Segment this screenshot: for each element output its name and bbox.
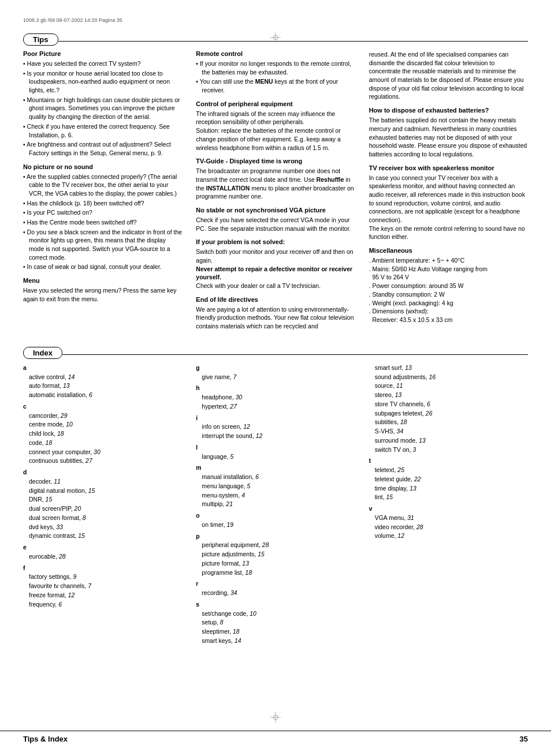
index-entry-g: g give name, 7 bbox=[196, 364, 355, 382]
list-item: Has the Centre mode been switched off? bbox=[23, 218, 182, 227]
list-item: Are brightness and contrast out of adjus… bbox=[23, 140, 182, 157]
list-item: You can still use the MENU keys at the f… bbox=[196, 77, 355, 94]
list-item: If your monitor no longer responds to th… bbox=[196, 59, 355, 76]
crosshair-bottom bbox=[270, 712, 281, 724]
crosshair-top bbox=[270, 32, 281, 44]
index-entry-h: h headphone, 30 hypertext, 27 bbox=[196, 384, 355, 411]
index-entry-t: t teletext, 25 teletext guide, 22 time d… bbox=[369, 456, 528, 502]
tips-remote-list: If your monitor no longer responds to th… bbox=[196, 59, 355, 95]
index-section: Index a active control, 14 auto format, … bbox=[23, 347, 528, 646]
tips-vga-title: No stable or not synchronised VGA pictur… bbox=[196, 207, 355, 214]
index-col3: smart surf, 13 sound adjustments, 16 sou… bbox=[369, 364, 528, 646]
tips-tvguide-para: The broadcaster on programme number one … bbox=[196, 167, 355, 201]
index-entry-l: l language, 5 bbox=[196, 443, 355, 462]
tips-col3: reused. At the end of life specialised c… bbox=[369, 50, 528, 333]
tips-endoflife-title: End of life directives bbox=[196, 296, 355, 303]
tips-no-picture-title: No picture or no sound bbox=[23, 163, 182, 170]
list-item: Are the supplied cables connected proper… bbox=[23, 173, 182, 198]
tips-tvguide-title: TV-Guide - Displayed time is wrong bbox=[196, 158, 355, 164]
index-entry-o: o on timer, 19 bbox=[196, 511, 355, 530]
tips-poor-picture-title: Poor Picture bbox=[23, 50, 182, 57]
index-entry-i: i info on screen, 12 interrupt the sound… bbox=[196, 414, 355, 441]
tips-peripheral-para: The infrared signals of the screen may i… bbox=[196, 110, 355, 152]
tips-columns: Poor Picture Have you selected the corre… bbox=[23, 50, 528, 333]
tips-endoflife-para: We are paying a lot of attention to usin… bbox=[196, 305, 355, 331]
list-item: In case of weak or bad signal, consult y… bbox=[23, 263, 182, 271]
index-columns: a active control, 14 auto format, 13 aut… bbox=[23, 364, 528, 646]
tips-section: Tips Poor Picture Have you selected the … bbox=[23, 33, 528, 333]
tips-problem-para: Switch both your monitor and your receiv… bbox=[196, 248, 355, 290]
tips-remote-title: Remote control bbox=[196, 50, 355, 57]
index-entry-s-cont: smart surf, 13 sound adjustments, 16 sou… bbox=[369, 364, 528, 455]
tips-no-picture-list: Are the supplied cables connected proper… bbox=[23, 173, 182, 272]
list-item: Mountains or high buildings can cause do… bbox=[23, 96, 182, 121]
index-entry-s: s set/change code, 10 setup, 8 sleeptime… bbox=[196, 600, 355, 646]
index-entry-p: p peripheral equipment, 28 picture adjus… bbox=[196, 532, 355, 578]
index-entry-d: d decoder, 11 digital natural motion, 15… bbox=[23, 468, 182, 541]
tips-menu-title: Menu bbox=[23, 277, 182, 284]
list-item: Has the childlock (p. 18) been switched … bbox=[23, 199, 182, 208]
index-col2: g give name, 7 h headphone, 30 hypertext… bbox=[196, 364, 355, 646]
index-entry-v: v VGA menu, 31 video recorder, 28 volume… bbox=[369, 504, 528, 541]
footer-title: Tips & Index bbox=[23, 735, 68, 743]
tips-misc-para: . Ambient temperature: + 5~ + 40°C . Mai… bbox=[369, 256, 528, 324]
tips-speakerless-title: TV receiver box with speakerless monitor bbox=[369, 164, 528, 171]
list-item: Is your PC switched on? bbox=[23, 208, 182, 217]
index-entry-e: e eurocable, 28 bbox=[23, 543, 182, 562]
index-entry-c: c camcorder, 29 centre mode, 10 child lo… bbox=[23, 402, 182, 466]
page: 1008.3 gb /69 08-07-2002 14:20 Pagina 35… bbox=[0, 0, 551, 756]
index-label: Index bbox=[23, 347, 62, 359]
tips-col2: Remote control If your monitor no longer… bbox=[196, 50, 355, 333]
list-item: Do you see a black screen and the indica… bbox=[23, 228, 182, 262]
tips-menu-para: Have you selected the wrong menu? Press … bbox=[23, 286, 182, 303]
index-entry-m: m manual installation, 6 menu language, … bbox=[196, 463, 355, 509]
header-meta: 1008.3 gb /69 08-07-2002 14:20 Pagina 35 bbox=[23, 17, 528, 23]
list-item: Is your monitor or house aerial located … bbox=[23, 69, 182, 95]
tips-batteries-title: How to dispose of exhausted batteries? bbox=[369, 107, 528, 114]
tips-problem-title: If your problem is not solved: bbox=[196, 238, 355, 245]
index-entry-f: f factory settings, 9 favourite tv chann… bbox=[23, 564, 182, 609]
tips-poor-picture-list: Have you selected the correct TV system?… bbox=[23, 59, 182, 158]
footer-page: 35 bbox=[520, 735, 528, 743]
tips-recycled-cont: reused. At the end of life specialised c… bbox=[369, 50, 528, 101]
index-col1: a active control, 14 auto format, 13 aut… bbox=[23, 364, 182, 646]
tips-batteries-para: The batteries supplied do not contain th… bbox=[369, 116, 528, 158]
tips-vga-para: Check if you have selected the correct V… bbox=[196, 216, 355, 233]
tips-col1: Poor Picture Have you selected the corre… bbox=[23, 50, 182, 333]
tips-misc-title: Miscellaneous bbox=[369, 247, 528, 254]
footer: Tips & Index 35 bbox=[0, 731, 551, 743]
index-entry-r: r recording, 34 bbox=[196, 579, 355, 598]
list-item: Have you selected the correct TV system? bbox=[23, 59, 182, 68]
list-item: Check if you have entered the correct fr… bbox=[23, 122, 182, 139]
index-entry-a: a active control, 14 auto format, 13 aut… bbox=[23, 364, 182, 400]
tips-speakerless-para: In case you connect your TV receiver box… bbox=[369, 174, 528, 242]
tips-label: Tips bbox=[23, 33, 58, 46]
tips-peripheral-title: Control of peripheral equipment bbox=[196, 100, 355, 107]
